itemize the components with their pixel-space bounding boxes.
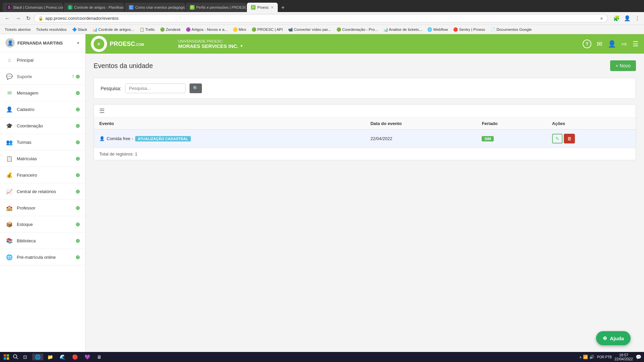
- tab-proesc-active[interactable]: P Proesc ✕: [247, 3, 278, 12]
- sidebar-item-cadastro[interactable]: 👤 Cadastro ⊕: [0, 101, 85, 118]
- forward-button[interactable]: →: [13, 14, 23, 23]
- plus-icon[interactable]: ⊕: [75, 205, 80, 211]
- logo-svg: P: [93, 38, 105, 50]
- sidebar-item-principal[interactable]: ⌂ Principal: [0, 52, 85, 68]
- bookmark-coordenacao[interactable]: 🟢 Coordenação - Pro...: [334, 26, 380, 33]
- sidebar-item-estoque[interactable]: 📦 Estoque ⊕: [0, 216, 85, 233]
- settings-button[interactable]: ⋮: [633, 14, 641, 23]
- biblioteca-icon: 📚: [5, 237, 13, 245]
- bookmark-controle[interactable]: 📊 Controle de artigos...: [91, 26, 136, 33]
- sidebar-item-label: Cadastro: [17, 107, 75, 112]
- svg-text:P: P: [98, 42, 100, 46]
- plus-icon[interactable]: ⊕: [75, 254, 80, 260]
- financeiro-icon: 💰: [5, 171, 13, 179]
- plus-icon[interactable]: ⊕: [75, 73, 80, 80]
- tab-slack[interactable]: S Slack | Conversas | Proesc.com ✕: [3, 3, 63, 12]
- sidebar-item-biblioteca[interactable]: 📚 Biblioteca ⊕: [0, 233, 85, 249]
- sidebar-item-pre-matricula[interactable]: 🌐 Pré-matrícula online ⊕: [0, 249, 85, 265]
- edit-button[interactable]: ✎: [552, 134, 562, 143]
- menu-header-icon[interactable]: ☰: [633, 40, 639, 48]
- sidebar-item-label: Financeiro: [17, 173, 75, 178]
- user-caret-icon: ▼: [76, 41, 80, 45]
- bookmark-tickets-resolvidos[interactable]: Tickets resolvidos: [34, 27, 69, 32]
- page-title: Eventos da unidade: [94, 62, 153, 70]
- cell-evento: 👤 Comida free - ATUALIZAÇÃO CADASTRAL: [94, 130, 365, 148]
- extensions-button[interactable]: 🧩: [612, 14, 621, 23]
- user-header-icon[interactable]: 👤: [608, 40, 616, 48]
- bookmark-artigos[interactable]: 🟣 Artigos - Novos e a...: [184, 26, 229, 33]
- col-data: Data do evento: [365, 118, 476, 130]
- top-header: P PROESC.COM UNIVERSIDADE PROESC: MORAES…: [86, 34, 644, 54]
- address-bar[interactable]: 🔒 ★: [34, 14, 608, 22]
- reload-button[interactable]: ↻: [24, 14, 33, 23]
- suporte-icon: 💬: [5, 72, 13, 80]
- url-input[interactable]: [45, 16, 598, 21]
- bookmark-tickets-abertos[interactable]: Tickets abertos: [3, 27, 33, 32]
- mail-header-icon[interactable]: ✉: [597, 40, 602, 48]
- sidebar-item-suporte[interactable]: 💬 Suporte ? ⊕: [0, 68, 85, 85]
- header-actions: ? ✉ 👤 ⇨ ☰: [583, 40, 639, 48]
- pre-matricula-icon: 🌐: [5, 253, 13, 261]
- search-icon: 🔍: [193, 86, 199, 91]
- logo: P: [91, 36, 107, 52]
- cell-data: 22/04/2022: [365, 130, 476, 148]
- help-header-icon[interactable]: ?: [583, 40, 591, 48]
- tab-eventos[interactable]: C Como criar eventos pedagógico... ✕: [125, 3, 185, 12]
- bookmark-analise[interactable]: 📊 Analise de tickets...: [381, 26, 424, 33]
- search-button[interactable]: 🔍: [190, 83, 202, 93]
- help-icon[interactable]: ?: [72, 74, 74, 79]
- sidebar-item-coordenacao[interactable]: 🎓 Coordenação ⊕: [0, 118, 85, 134]
- ajuda-button[interactable]: ⊕ Ajuda: [596, 331, 631, 345]
- sidebar-item-label: Principal: [17, 58, 80, 63]
- user-profile-bar[interactable]: 👤 FERNANDA MARTINS ▼: [0, 34, 85, 52]
- sidebar-item-label: Central de relatórios: [17, 189, 75, 194]
- bookmark-converter[interactable]: 📹 Converter vídeo par...: [286, 26, 333, 33]
- plus-icon[interactable]: ⊕: [75, 221, 80, 228]
- sidebar-item-matriculas[interactable]: 📋 Matrículas ⊕: [0, 150, 85, 167]
- bookmark-sentry[interactable]: 🔴 Sentry | Proesc: [451, 26, 487, 33]
- professor-icon: 🏫: [5, 204, 13, 212]
- list-view-icon[interactable]: ☰: [99, 107, 105, 115]
- plus-icon[interactable]: ⊕: [75, 139, 80, 145]
- tab-perfis[interactable]: P Perfis e permissões | PROESC - ... ✕: [186, 3, 246, 12]
- sidebar-item-central-relatorios[interactable]: 📈 Central de relatórios ⊕: [0, 183, 85, 200]
- table-header-bar: ☰: [94, 105, 636, 118]
- bookmark-trello[interactable]: 📋 Trello: [138, 26, 157, 33]
- cell-feriado: SIM: [476, 130, 546, 148]
- sidebar-item-financeiro[interactable]: 💰 Financeiro ⊕: [0, 167, 85, 183]
- sidebar-item-turmas[interactable]: 👥 Turmas ⊕: [0, 134, 85, 150]
- mensagem-icon: ✉: [5, 89, 13, 97]
- new-tab-button[interactable]: +: [278, 4, 287, 11]
- bookmark-miro[interactable]: 🟡 Miro: [231, 26, 248, 33]
- sidebar-item-mensagem[interactable]: ✉ Mensagem ⊕: [0, 85, 85, 101]
- plus-icon[interactable]: ⊕: [75, 123, 80, 129]
- plus-icon[interactable]: ⊕: [75, 106, 80, 113]
- bookmark-docs[interactable]: 📄 Documentos Google: [489, 26, 534, 33]
- search-input[interactable]: [125, 83, 185, 93]
- bookmark-slack[interactable]: 🔷 Slack: [70, 26, 89, 33]
- bookmark-webflow[interactable]: 🌐 Webflow: [425, 26, 450, 33]
- sidebar-item-professor[interactable]: 🏫 Professor ⊕: [0, 200, 85, 216]
- estoque-icon: 📦: [5, 220, 13, 228]
- plus-icon[interactable]: ⊕: [75, 156, 80, 162]
- plus-icon[interactable]: ⊕: [75, 238, 80, 244]
- total-registros: Total de registros: 1: [94, 148, 636, 160]
- university-caret-icon[interactable]: ▼: [240, 44, 244, 48]
- plus-icon[interactable]: ⊕: [75, 90, 80, 96]
- event-name-cell: 👤 Comida free - ATUALIZAÇÃO CADASTRAL: [99, 136, 360, 141]
- logout-header-icon[interactable]: ⇨: [622, 40, 627, 48]
- events-table: Evento Data do evento Feriado Ações 👤 Co…: [94, 118, 636, 148]
- bookmark-zendesk[interactable]: 🟢 Zendesk: [158, 26, 182, 33]
- plus-icon[interactable]: ⊕: [75, 188, 80, 195]
- coordenacao-icon: 🎓: [5, 122, 13, 130]
- logo-area: P PROESC.COM: [91, 36, 171, 52]
- back-button[interactable]: ←: [3, 14, 12, 23]
- profile-button[interactable]: 👤: [623, 14, 632, 23]
- novo-button[interactable]: + Novo: [610, 60, 636, 71]
- search-label: Pesquisa:: [101, 86, 121, 91]
- delete-button[interactable]: 🗑: [564, 134, 575, 143]
- plus-icon[interactable]: ⊕: [75, 172, 80, 178]
- tab-controle[interactable]: G Controle de artigos - Planilhas G... ✕: [64, 3, 124, 12]
- sidebar: 👤 FERNANDA MARTINS ▼ ⌂ Principal 💬 Supor…: [0, 34, 86, 352]
- bookmark-proesc-api[interactable]: 🟢 PROESC | API: [250, 26, 285, 33]
